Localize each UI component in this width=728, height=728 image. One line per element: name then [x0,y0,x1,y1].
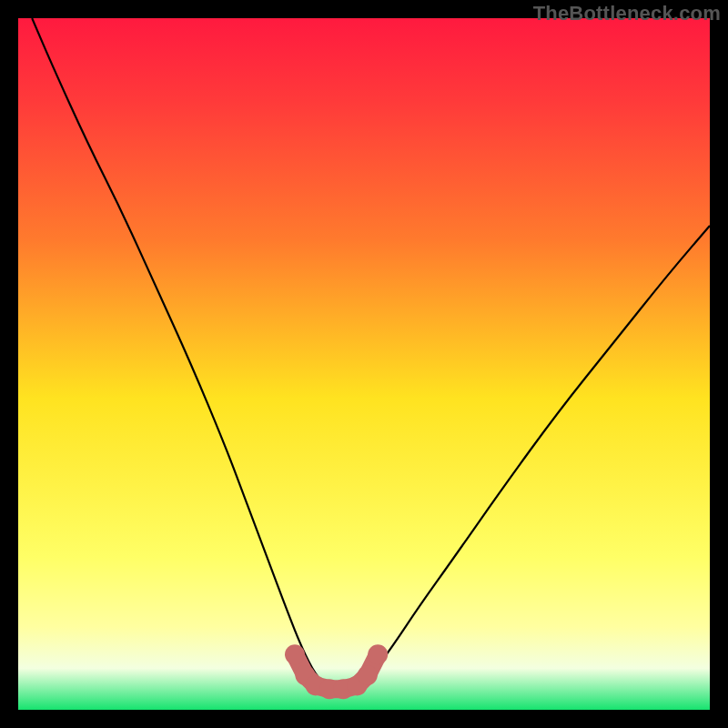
optimal-range-marker [285,644,305,664]
chart-frame: TheBottleneck.com [0,0,728,728]
plot-area [18,18,710,710]
optimal-range-marker [368,644,388,664]
attribution-label: TheBottleneck.com [533,2,721,25]
optimal-range-marker [358,665,378,685]
gradient-background [18,18,710,710]
bottleneck-chart [18,18,710,710]
